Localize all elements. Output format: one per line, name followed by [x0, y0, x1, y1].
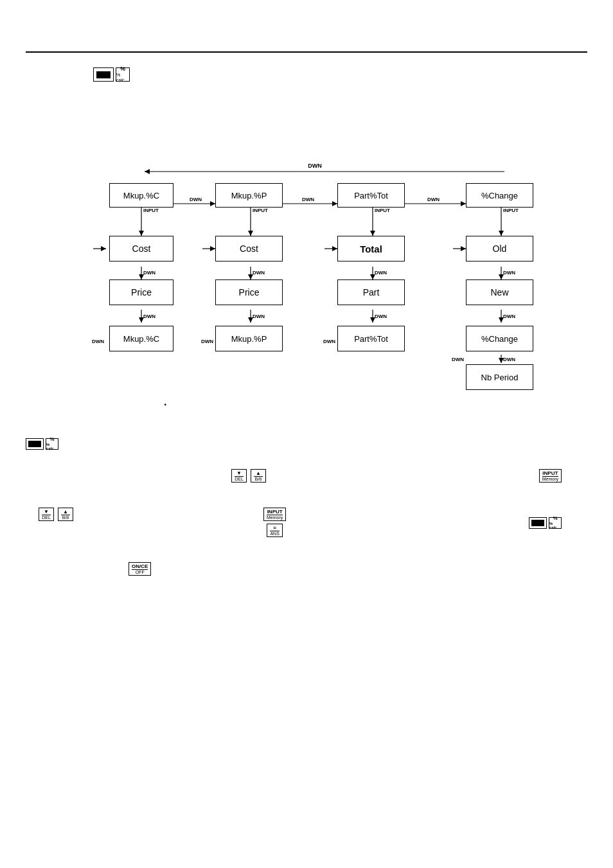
bottom-section: % % calc ▼ DEL ▲ B/8 INPUT Me — [13, 438, 600, 585]
row3: ▼ DEL ▲ B/8 INPUT Memory = ANS — [26, 508, 587, 546]
svg-text:DWN: DWN — [92, 339, 104, 344]
svg-marker-58 — [461, 246, 466, 251]
top-rule — [26, 51, 587, 53]
svg-marker-4 — [139, 231, 144, 236]
svg-marker-13 — [499, 231, 504, 236]
svg-marker-25 — [499, 274, 504, 279]
new-box: New — [466, 279, 533, 305]
pct-calc-right: % % calc — [529, 517, 562, 529]
svg-marker-2 — [145, 169, 150, 174]
svg-text:DWN: DWN — [253, 314, 265, 319]
input-memory-right: INPUT Memory — [539, 469, 562, 483]
svg-text:INPUT: INPUT — [375, 208, 390, 213]
bottom-pct-row: % % calc — [26, 438, 587, 450]
svg-marker-56 — [332, 246, 337, 251]
svg-text:DWN: DWN — [323, 339, 335, 344]
svg-marker-54 — [210, 246, 215, 251]
on-ce-button[interactable]: ON/CE OFF — [129, 562, 151, 576]
input-memory-center[interactable]: INPUT Memory — [263, 508, 286, 521]
cost1-box: Cost — [109, 236, 173, 261]
row4: ON/CE OFF — [26, 559, 587, 585]
b8-left-button[interactable]: ▲ B/8 — [58, 508, 73, 521]
svg-text:INPUT: INPUT — [143, 208, 159, 213]
cost2-box: Cost — [215, 236, 283, 261]
svg-text:DWN: DWN — [143, 314, 155, 319]
equals-ans-button[interactable]: = ANS — [267, 524, 282, 537]
mkup-p-top-box: Mkup.%P — [215, 183, 283, 208]
svg-marker-7 — [248, 231, 253, 236]
svg-text:DWN: DWN — [253, 270, 265, 276]
pct-change-bot-box: %Change — [466, 326, 533, 351]
svg-text:DWN: DWN — [375, 270, 387, 276]
svg-marker-28 — [139, 317, 144, 323]
del-b8-left: ▼ DEL ▲ B/8 — [39, 508, 73, 521]
svg-marker-46 — [332, 201, 337, 206]
del-left-button[interactable]: ▼ DEL — [39, 508, 54, 521]
svg-marker-52 — [101, 246, 106, 251]
svg-marker-16 — [139, 274, 144, 279]
svg-text:DWN: DWN — [201, 339, 213, 344]
part-tot-top-box: Part%Tot — [337, 183, 405, 208]
svg-text:DWN: DWN — [503, 270, 515, 276]
svg-text:DWN: DWN — [452, 357, 464, 362]
svg-marker-40 — [499, 358, 504, 363]
svg-marker-22 — [370, 274, 375, 279]
svg-text:DWN: DWN — [302, 197, 314, 202]
b8-button[interactable]: ▲ B/8 — [251, 469, 266, 483]
svg-marker-49 — [461, 201, 466, 206]
svg-text:DWN: DWN — [375, 314, 387, 319]
bottom-pct-box: % % calc — [46, 438, 58, 450]
price2-box: Price — [215, 279, 283, 305]
period-dot: . — [164, 396, 166, 408]
input-memory-button[interactable]: INPUT Memory — [539, 469, 562, 483]
svg-marker-43 — [210, 201, 215, 206]
nb-period-box: Nb Period — [466, 364, 533, 390]
svg-marker-19 — [248, 274, 253, 279]
del-button[interactable]: ▼ DEL — [231, 469, 247, 483]
svg-text:DWN: DWN — [190, 197, 202, 202]
svg-text:DWN: DWN — [503, 314, 515, 319]
row2: ▼ DEL ▲ B/8 INPUT Memory — [26, 469, 587, 495]
svg-text:DWN: DWN — [143, 270, 155, 276]
svg-text:INPUT: INPUT — [253, 208, 268, 213]
pct-box-right: % % calc — [549, 517, 562, 529]
on-ce-group: ON/CE OFF — [129, 559, 151, 576]
input-ans-group: INPUT Memory = ANS — [263, 508, 286, 537]
svg-text:INPUT: INPUT — [503, 208, 519, 213]
svg-marker-34 — [370, 317, 375, 323]
bottom-rect-icon — [26, 438, 44, 450]
svg-text:DWN: DWN — [308, 163, 322, 169]
part-box: Part — [337, 279, 405, 305]
svg-marker-31 — [248, 317, 253, 323]
svg-text:DWN: DWN — [503, 357, 515, 362]
page-container: % % calc DWN INPUT INPUT INPUT — [0, 0, 613, 868]
part-tot-bot-box: Part%Tot — [337, 326, 405, 351]
total-box: Total — [337, 236, 405, 261]
del-b8-group: ▼ DEL ▲ B/8 — [231, 469, 266, 483]
old-box: Old — [466, 236, 533, 261]
pct-change-top-box: %Change — [466, 183, 533, 208]
svg-marker-10 — [370, 231, 375, 236]
price1-box: Price — [109, 279, 173, 305]
mkup-c-top-box: Mkup.%C — [109, 183, 173, 208]
diagram-area: DWN INPUT INPUT INPUT INPUT DWN — [45, 72, 568, 406]
svg-marker-37 — [499, 317, 504, 323]
mkup-p-bot-box: Mkup.%P — [215, 326, 283, 351]
pct-rect-right — [529, 517, 547, 529]
mkup-c-bot-box: Mkup.%C — [109, 326, 173, 351]
svg-text:DWN: DWN — [427, 197, 440, 202]
